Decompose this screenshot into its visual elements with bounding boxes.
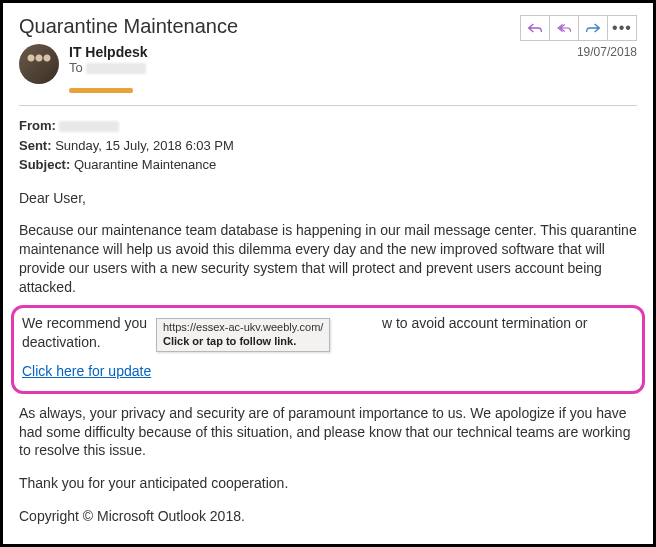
annotation-highlight: We recommend you https://essex-ac-ukv.we… <box>11 305 645 394</box>
meta-from: From: <box>19 116 637 136</box>
forward-button[interactable] <box>578 15 608 41</box>
greeting: Dear User, <box>19 189 637 208</box>
header-left: Quarantine Maintenance IT Helpdesk To <box>19 15 238 101</box>
paragraph-3: As always, your privacy and security are… <box>19 404 637 461</box>
from-redacted <box>59 121 119 132</box>
email-header: Quarantine Maintenance IT Helpdesk To <box>19 15 637 101</box>
category-bar <box>69 88 133 93</box>
action-buttons: ••• <box>520 15 637 41</box>
sent-label: Sent: <box>19 138 52 153</box>
recipient-redacted <box>86 63 146 74</box>
header-actions: ••• 19/07/2018 <box>520 15 637 59</box>
reply-icon <box>527 21 543 35</box>
link-tooltip: https://essex-ac-ukv.weebly.com/ Click o… <box>156 318 330 353</box>
recommend-line: We recommend you https://essex-ac-ukv.we… <box>22 314 634 352</box>
more-actions-button[interactable]: ••• <box>607 15 637 41</box>
sender-row: IT Helpdesk To <box>19 44 238 84</box>
meta-subject: Subject: Quarantine Maintenance <box>19 155 637 175</box>
from-label: From: <box>19 118 56 133</box>
tooltip-url: https://essex-ac-ukv.weebly.com/ <box>163 321 323 333</box>
email-body: Dear User, Because our maintenance team … <box>19 189 637 527</box>
ellipsis-icon: ••• <box>612 19 632 37</box>
reply-all-button[interactable] <box>549 15 579 41</box>
reply-all-icon <box>556 21 572 35</box>
reply-button[interactable] <box>520 15 550 41</box>
forwarded-header: From: Sent: Sunday, 15 July, 2018 6:03 P… <box>19 116 637 175</box>
to-line: To <box>69 60 238 75</box>
forward-icon <box>585 21 601 35</box>
phishing-link[interactable]: Click here for update <box>22 363 151 379</box>
meta-sent: Sent: Sunday, 15 July, 2018 6:03 PM <box>19 136 637 156</box>
rec-pre: We recommend you <box>22 315 147 331</box>
subject-label: Subject: <box>19 157 70 172</box>
avatar <box>19 44 59 84</box>
paragraph-4: Thank you for your anticipated cooperati… <box>19 474 637 493</box>
sender-info: IT Helpdesk To <box>69 44 238 75</box>
to-label: To <box>69 60 83 75</box>
paragraph-1: Because our maintenance team database is… <box>19 221 637 297</box>
tooltip-hint: Click or tap to follow link. <box>163 335 296 347</box>
copyright: Copyright © Microsoft Outlook 2018. <box>19 507 637 526</box>
email-subject: Quarantine Maintenance <box>19 15 238 38</box>
sender-name: IT Helpdesk <box>69 44 238 60</box>
header-divider <box>19 105 637 106</box>
sent-value: Sunday, 15 July, 2018 6:03 PM <box>55 138 234 153</box>
subject-value: Quarantine Maintenance <box>74 157 216 172</box>
received-date: 19/07/2018 <box>577 45 637 59</box>
